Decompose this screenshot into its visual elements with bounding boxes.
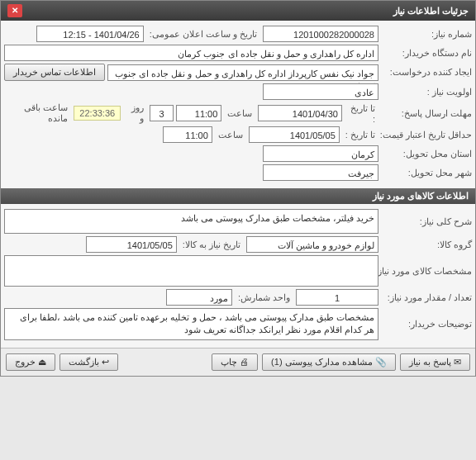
spacer xyxy=(122,353,207,371)
goods-section-header: اطلاعات کالاهای مورد نیاز xyxy=(1,188,475,204)
remaining-label: ساعت باقی مانده xyxy=(4,102,71,124)
attachments-button[interactable]: 📎 مشاهده مدارک پیوستی (1) xyxy=(262,353,396,371)
spec-field xyxy=(4,255,378,287)
close-icon[interactable]: ✕ xyxy=(7,4,22,17)
back-icon: ↩ xyxy=(102,357,109,367)
main-window: جزئیات اطلاعات نیاز ✕ شماره نیاز: 120100… xyxy=(0,0,476,377)
button-bar: ✉ پاسخ به نیاز 📎 مشاهده مدارک پیوستی (1)… xyxy=(1,348,475,376)
price-validity-time-field: 11:00 xyxy=(163,126,212,143)
time-label-1: ساعت xyxy=(224,108,255,119)
buyer-field: اداره کل راهداری و حمل و نقل جاده ای جنو… xyxy=(4,45,378,61)
buyer-label: نام دستگاه خریدار: xyxy=(381,48,472,59)
to-date-label-2: تا تاریخ : xyxy=(342,130,378,140)
print-button-label: چاپ xyxy=(221,357,237,367)
deadline-label: مهلت ارسال پاسخ: xyxy=(381,108,472,119)
titlebar: جزئیات اطلاعات نیاز ✕ xyxy=(1,1,475,21)
respond-button[interactable]: ✉ پاسخ به نیاز xyxy=(400,353,470,371)
qty-field: 1 xyxy=(296,289,378,306)
group-label: گروه کالا: xyxy=(381,239,472,250)
attachments-button-label: مشاهده مدارک پیوستی (1) xyxy=(271,357,373,367)
back-button-label: بازگشت xyxy=(69,357,99,367)
exit-button[interactable]: ⏏ خروج xyxy=(6,353,55,371)
exit-button-label: خروج xyxy=(15,357,36,367)
qty-label: تعداد / مقدار مورد نیاز: xyxy=(381,292,472,303)
reply-icon: ✉ xyxy=(454,357,461,367)
need-number-label: شماره نیاز: xyxy=(381,29,472,40)
priority-label: اولویت نیاز : xyxy=(381,87,472,97)
notes-label: توضیحات خریدار: xyxy=(381,319,472,330)
creator-field: جواد نیک نفس کارپرداز اداره کل راهداری و… xyxy=(107,64,378,81)
group-field: لوازم خودرو و ماشین آلات xyxy=(246,236,378,253)
creator-label: ایجاد کننده درخواست: xyxy=(381,67,472,78)
print-icon: 🖨 xyxy=(240,357,249,367)
price-validity-label: حداقل تاریخ اعتبار قیمت: xyxy=(381,130,472,140)
city-field: جیرفت xyxy=(263,164,378,181)
province-label: استان محل تحویل: xyxy=(381,149,472,159)
form-goods: شرح کلی نیاز: خرید فیلتر، مشخصات طبق مدا… xyxy=(1,204,475,348)
time-label-2: ساعت xyxy=(215,130,246,140)
back-button[interactable]: ↩ بازگشت xyxy=(60,353,118,371)
remaining-time-field: 22:33:36 xyxy=(74,106,121,121)
print-button[interactable]: 🖨 چاپ xyxy=(212,353,258,371)
need-date-field: 1401/05/05 xyxy=(86,236,177,253)
province-field: کرمان xyxy=(263,145,378,162)
announce-field: 1401/04/26 - 12:15 xyxy=(36,26,144,42)
days-count-field: 3 xyxy=(150,105,173,121)
respond-button-label: پاسخ به نیاز xyxy=(409,357,451,367)
desc-field: خرید فیلتر، مشخصات طبق مدارک پیوستی می ب… xyxy=(4,209,378,234)
unit-label: واحد شمارش: xyxy=(235,292,293,303)
deadline-time-field: 11:00 xyxy=(176,105,222,121)
form-main: شماره نیاز: 1201000282000028 تاریخ و ساع… xyxy=(1,21,475,188)
desc-label: شرح کلی نیاز: xyxy=(381,216,472,227)
price-validity-date-field: 1401/05/05 xyxy=(249,126,340,143)
notes-field: مشخصات طبق مدارک پیوستی می باشد ، حمل و … xyxy=(4,308,378,340)
need-number-field: 1201000282000028 xyxy=(263,26,378,42)
attachment-icon: 📎 xyxy=(375,357,387,367)
exit-icon: ⏏ xyxy=(38,357,46,367)
spec-label: مشخصات کالای مورد نیاز: xyxy=(381,266,472,277)
priority-field: عادی xyxy=(263,83,378,100)
buyer-contact-button[interactable]: اطلاعات تماس خریدار xyxy=(4,64,105,81)
deadline-date-field: 1401/04/30 xyxy=(258,105,342,121)
unit-field: مورد xyxy=(166,289,232,306)
announce-label: تاریخ و ساعت اعلان عمومی: xyxy=(146,29,260,40)
to-date-label-1: تا تاریخ : xyxy=(345,103,378,124)
window-title: جزئیات اطلاعات نیاز xyxy=(393,6,469,17)
need-date-label: تاریخ نیاز به کالا: xyxy=(179,239,244,250)
city-label: شهر محل تحویل: xyxy=(381,168,472,178)
days-and-label: روز و xyxy=(123,102,147,124)
